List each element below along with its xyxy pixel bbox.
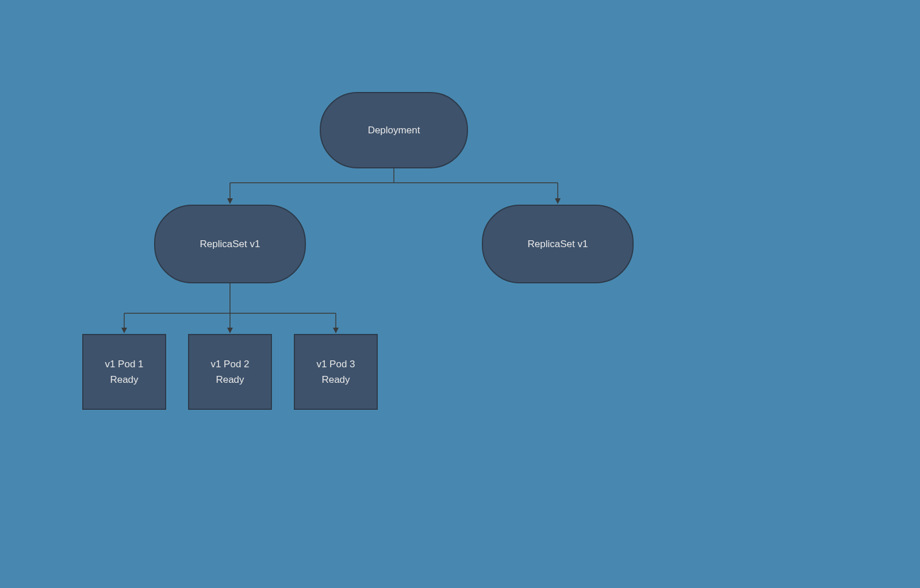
pod1-title: v1 Pod 1 — [105, 356, 143, 372]
pod2-status: Ready — [216, 372, 244, 387]
svg-marker-9 — [121, 328, 127, 333]
replicaset-right-label: ReplicaSet v1 — [528, 236, 588, 252]
replicaset-left-label: ReplicaSet v1 — [200, 236, 260, 252]
svg-marker-11 — [227, 328, 233, 333]
pod1-status: Ready — [110, 372, 138, 387]
pod2-title: v1 Pod 2 — [210, 356, 249, 372]
replicaset-left-node: ReplicaSet v1 — [154, 205, 306, 283]
pod3-node: v1 Pod 3 Ready — [294, 334, 378, 410]
replicaset-right-node: ReplicaSet v1 — [482, 205, 634, 283]
diagram-connectors — [0, 0, 920, 588]
pod3-status: Ready — [321, 372, 350, 387]
pod3-title: v1 Pod 3 — [316, 356, 355, 372]
svg-marker-13 — [333, 328, 339, 333]
deployment-node: Deployment — [320, 92, 468, 168]
svg-marker-3 — [227, 198, 233, 204]
pod2-node: v1 Pod 2 Ready — [188, 334, 272, 410]
deployment-label: Deployment — [368, 122, 420, 138]
svg-marker-5 — [555, 198, 561, 204]
pod1-node: v1 Pod 1 Ready — [82, 334, 166, 410]
